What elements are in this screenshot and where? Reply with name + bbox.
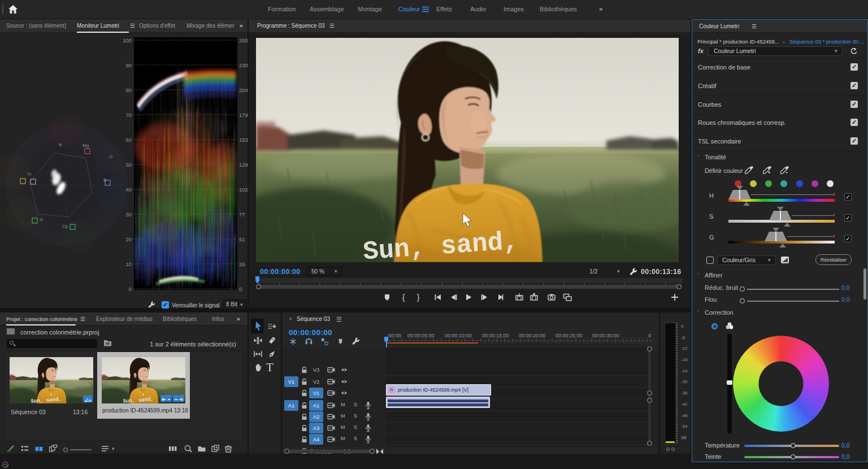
svg-text:O: O: [109, 154, 112, 159]
svg-text:Cy: Cy: [62, 224, 68, 229]
svg-text:R: R: [59, 142, 62, 147]
svg-text:{: {: [402, 293, 405, 302]
svg-text:}: }: [417, 293, 420, 302]
svg-text:B: B: [103, 177, 106, 183]
svg-text:Yl: Yl: [27, 172, 31, 177]
svg-text:Mg: Mg: [83, 143, 89, 148]
svg-text:G: G: [40, 217, 43, 222]
